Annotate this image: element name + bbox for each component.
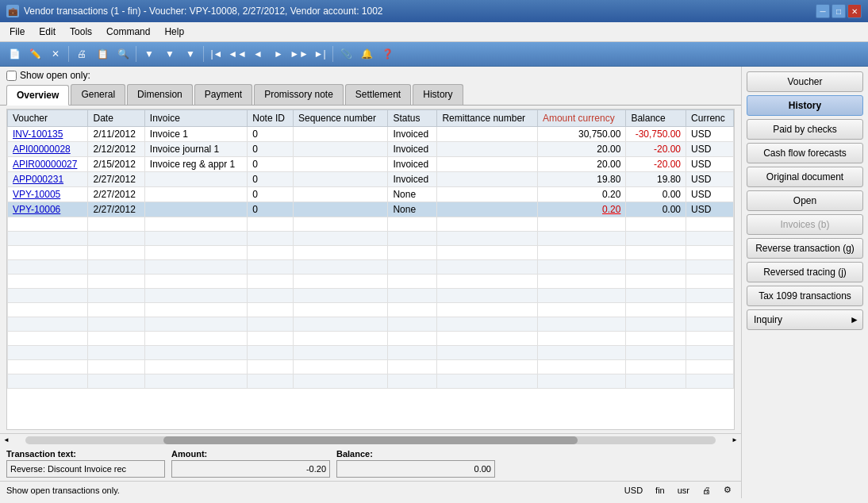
table-row[interactable]: API000000282/12/2012Invoice journal 10In… [8, 142, 734, 157]
table-row-empty [8, 332, 734, 346]
menu-tools[interactable]: Tools [63, 24, 98, 40]
cell-currency: USD [686, 157, 734, 172]
col-status: Status [388, 110, 437, 127]
maximize-button[interactable]: □ [832, 4, 846, 18]
filter2-button[interactable]: ▼ [160, 44, 179, 63]
tab-settlement[interactable]: Settlement [345, 84, 411, 105]
new-button[interactable]: 📄 [5, 44, 24, 63]
reverse-transaction-button[interactable]: Reverse transaction (g) [747, 238, 863, 259]
cell-voucher[interactable]: INV-100135 [8, 127, 88, 142]
menu-file[interactable]: File [3, 24, 31, 40]
cell-voucher[interactable]: APIR00000027 [8, 157, 88, 172]
table-row-empty [8, 303, 734, 317]
status-gear-icon[interactable]: ⚙ [720, 484, 735, 496]
tab-dimension[interactable]: Dimension [127, 84, 193, 105]
table-row[interactable]: APP0002312/27/20120Invoiced19.8019.80USD [8, 172, 734, 187]
cell-date: 2/15/2012 [88, 157, 144, 172]
cell-balance: 0.00 [626, 202, 686, 217]
scroll-right-arrow[interactable]: ► [728, 436, 741, 443]
menu-help[interactable]: Help [158, 24, 190, 40]
window-controls[interactable]: ─ □ ✕ [816, 4, 862, 18]
tab-payment[interactable]: Payment [194, 84, 252, 105]
toolbar-sep-1 [68, 46, 69, 62]
cell-voucher[interactable]: API00000028 [8, 142, 88, 157]
cell-status: Invoiced [388, 157, 437, 172]
cash-flow-forecasts-button[interactable]: Cash flow forecasts [747, 143, 863, 163]
col-remittance-number: Remittance number [437, 110, 538, 127]
left-panel: Show open only: Overview General Dimensi… [0, 67, 741, 498]
help-button[interactable]: ❓ [378, 44, 397, 63]
alert-button[interactable]: 🔔 [357, 44, 376, 63]
minimize-button[interactable]: ─ [816, 4, 830, 18]
cell-amount_currency: 30,750.00 [537, 127, 625, 142]
scroll-thumb[interactable] [163, 436, 578, 444]
open-button[interactable]: Open [747, 190, 863, 211]
prev-button[interactable]: ◄ [248, 44, 267, 63]
table-row[interactable]: APIR000000272/15/2012Invoice reg & appr … [8, 157, 734, 172]
scroll-track[interactable] [25, 436, 716, 444]
attach-button[interactable]: 📎 [336, 44, 355, 63]
tab-history[interactable]: History [413, 84, 463, 105]
find-button[interactable]: 🔍 [113, 44, 133, 63]
paid-by-checks-button[interactable]: Paid by checks [747, 119, 863, 140]
toolbar-sep-3 [203, 46, 204, 62]
tax-1099-button[interactable]: Tax 1099 transactions [747, 286, 863, 306]
copy-button[interactable]: 📋 [93, 44, 112, 63]
horizontal-scrollbar[interactable]: ◄ ► [0, 433, 741, 446]
balance-group: Balance: [336, 449, 495, 478]
transactions-table-container[interactable]: Voucher Date Invoice Note ID Sequence nu… [6, 109, 735, 430]
first-button[interactable]: |◄ [207, 44, 226, 63]
table-row[interactable]: VPY-100052/27/20120None0.200.00USD [8, 187, 734, 202]
transaction-text-group: Transaction text: [6, 449, 165, 478]
balance-input [336, 460, 495, 478]
cell-sequence_number [293, 142, 387, 157]
cell-currency: USD [686, 202, 734, 217]
cell-voucher[interactable]: VPY-10006 [8, 202, 88, 217]
cell-date: 2/12/2012 [88, 142, 144, 157]
reversed-tracing-button[interactable]: Reversed tracing (j) [747, 262, 863, 282]
col-sequence-number: Sequence number [293, 110, 387, 127]
col-amount-currency: Amount currency [537, 110, 625, 127]
scroll-left-arrow[interactable]: ◄ [0, 436, 13, 443]
last-button[interactable]: ►| [310, 44, 329, 63]
table-row[interactable]: INV-1001352/11/2012Invoice 10Invoiced30,… [8, 127, 734, 142]
next-page-button[interactable]: ►► [290, 44, 309, 63]
edit-button[interactable]: ✏️ [25, 44, 44, 63]
status-usd: USD [621, 485, 646, 496]
inquiry-label: Inquiry [754, 314, 782, 325]
menu-edit[interactable]: Edit [33, 24, 62, 40]
show-open-checkbox[interactable] [6, 71, 17, 81]
invoices-button[interactable]: Invoices (b) [747, 214, 863, 235]
col-invoice: Invoice [144, 110, 247, 127]
original-document-button[interactable]: Original document [747, 167, 863, 187]
prev-page-button[interactable]: ◄◄ [228, 44, 247, 63]
table-row-empty [8, 246, 734, 260]
filter1-button[interactable]: ▼ [140, 44, 159, 63]
menu-command[interactable]: Command [100, 24, 156, 40]
cell-invoice: Invoice journal 1 [144, 142, 247, 157]
cell-voucher[interactable]: APP000231 [8, 172, 88, 187]
delete-button[interactable]: ✕ [46, 44, 65, 63]
cell-status: Invoiced [388, 172, 437, 187]
tab-general[interactable]: General [71, 84, 125, 105]
transactions-table: Voucher Date Invoice Note ID Sequence nu… [7, 109, 734, 389]
tab-overview[interactable]: Overview [6, 85, 69, 106]
cell-date: 2/27/2012 [88, 202, 144, 217]
filter3-button[interactable]: ▼ [181, 44, 200, 63]
balance-label: Balance: [336, 449, 495, 459]
tab-promissory-note[interactable]: Promissory note [254, 84, 344, 105]
cell-voucher[interactable]: VPY-10005 [8, 187, 88, 202]
history-button[interactable]: History [747, 95, 863, 116]
next-button[interactable]: ► [269, 44, 288, 63]
cell-balance: 19.80 [626, 172, 686, 187]
inquiry-button[interactable]: Inquiry ► [747, 309, 863, 330]
print-button[interactable]: 🖨 [72, 44, 91, 63]
cell-balance: -20.00 [626, 157, 686, 172]
table-row[interactable]: VPY-100062/27/20120None0.200.00USD [8, 202, 734, 217]
status-print-icon[interactable]: 🖨 [699, 485, 714, 496]
close-button[interactable]: ✕ [847, 4, 862, 18]
cell-invoice: Invoice 1 [144, 127, 247, 142]
voucher-button[interactable]: Voucher [747, 71, 863, 92]
cell-status: None [388, 202, 437, 217]
bottom-info: Transaction text: Amount: Balance: [0, 446, 741, 481]
